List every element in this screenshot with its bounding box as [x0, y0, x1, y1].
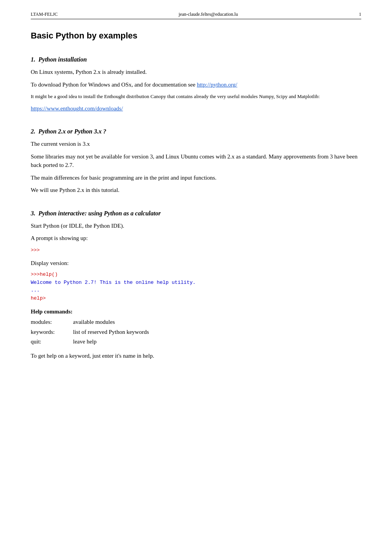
code-line-2: Welcome to Python 2.7! This is the onlin… [31, 279, 361, 287]
help-cmd-val-1: available modules [73, 317, 361, 327]
page-title: Basic Python by examples [31, 31, 361, 41]
section-2-para-1: The current version is 3.x [31, 140, 361, 148]
section-1-para-1: On Linux systems, Python 2.x is already … [31, 68, 361, 77]
section-1-title: Python installation [38, 56, 87, 63]
help-cmd-key-1: modules: [31, 317, 73, 327]
help-cmd-key-2: keywords: [31, 327, 73, 337]
section-3-heading: 3.Python interactive: using Python as a … [31, 210, 361, 217]
section-3: 3.Python interactive: using Python as a … [31, 210, 361, 360]
help-cmd-row-1: modules: available modules [31, 317, 361, 327]
code-line-4: help> [31, 295, 361, 303]
section-2: 2.Python 2.x or Python 3.x ? The current… [31, 128, 361, 195]
section-1-number: 1. [31, 56, 35, 63]
header-left: LTAM-FELJC [31, 12, 58, 17]
section-2-para-2: Some libraries may not yet be available … [31, 152, 361, 170]
code-line-1: >>>help() [31, 271, 361, 279]
header-center: jean-claude.feltes@education.lu [58, 12, 359, 17]
help-cmd-key-3: quit: [31, 337, 73, 347]
section-2-number: 2. [31, 128, 35, 135]
section-1-heading: 1.Python installation [31, 56, 361, 63]
section-3-number: 3. [31, 210, 35, 217]
section-2-para-3: The main differences for basic programmi… [31, 173, 361, 182]
help-cmd-row-3: quit: leave help [31, 337, 361, 347]
header-bar: LTAM-FELJC jean-claude.feltes@education.… [31, 12, 361, 19]
python-org-link[interactable]: http://python.org/ [197, 82, 237, 88]
help-cmd-val-3: leave help [73, 337, 361, 347]
help-commands-table: modules: available modules keywords: lis… [31, 317, 361, 347]
section-1-para-2: To download Python for Windows and OSx, … [31, 80, 361, 89]
help-cmd-val-2: list of reserved Python keywords [73, 327, 361, 337]
section-3-intro-2: A prompt is showing up: [31, 234, 361, 243]
display-version-label: Display version: [31, 259, 361, 268]
code-block: >>>help() Welcome to Python 2.7! This is… [31, 271, 361, 303]
section-2-title: Python 2.x or Python 3.x ? [38, 128, 106, 135]
header-right: 1 [359, 12, 361, 17]
section-2-heading: 2.Python 2.x or Python 3.x ? [31, 128, 361, 135]
section-1-small-text: It might be a good idea to install the E… [31, 93, 361, 100]
enthought-link[interactable]: https://www.enthought.com/downloads/ [31, 105, 123, 112]
code-line-3: ... [31, 287, 361, 295]
help-cmd-row-2: keywords: list of reserved Python keywor… [31, 327, 361, 337]
page: LTAM-FELJC jean-claude.feltes@education.… [0, 0, 392, 555]
section-3-title: Python interactive: using Python as a ca… [38, 210, 161, 217]
section-3-intro-1: Start Python (or IDLE, the Python IDE). [31, 222, 361, 230]
section-1-link2: https://www.enthought.com/downloads/ [31, 104, 361, 113]
section-1: 1.Python installation On Linux systems, … [31, 56, 361, 113]
section-3-prompt: >>> [31, 247, 361, 255]
help-commands-label: Help commands: [31, 307, 361, 316]
section-2-para-4: We will use Python 2.x in this tutorial. [31, 186, 361, 195]
section-3-footer: To get help on a keyword, just enter it'… [31, 352, 361, 360]
